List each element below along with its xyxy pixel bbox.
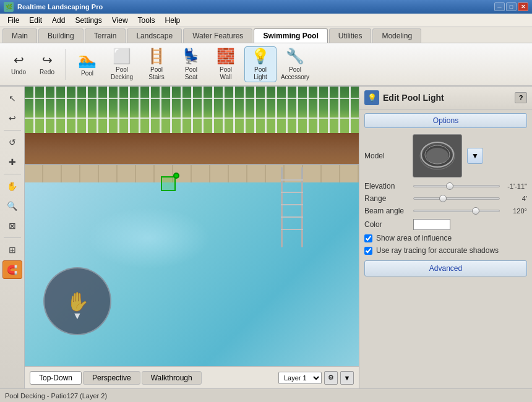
help-button[interactable]: ?	[515, 92, 527, 103]
tab-terrain[interactable]: Terrain	[85, 28, 126, 43]
pool-decking-button[interactable]: ⬜ PoolDecking	[106, 46, 138, 82]
view-tab-walkthrough[interactable]: Walkthrough	[142, 371, 202, 385]
pool-accessory-label: PoolAccessory	[281, 66, 309, 81]
add-tool[interactable]: ✚	[2, 153, 22, 171]
pool-wall-icon: 🧱	[217, 48, 235, 66]
app-title: Realtime Landscaping Pro	[17, 3, 494, 11]
pool-seat-button[interactable]: 💺 PoolSeat	[175, 46, 207, 82]
view-tab-perspective[interactable]: Perspective	[83, 371, 140, 385]
menu-help[interactable]: Help	[160, 15, 186, 26]
tab-utilities[interactable]: Utilities	[329, 28, 372, 43]
range-row: Range 4'	[359, 192, 532, 205]
canvas-area[interactable]: ✋ ▼ Top-Down Perspective Walkthrough Lay…	[25, 87, 359, 388]
toolbar: ↩ Undo ↪ Redo 🏊 Pool ⬜ PoolDecking 🪜 Poo…	[0, 43, 532, 87]
pool-label: Pool	[81, 70, 93, 77]
range-label: Range	[364, 194, 411, 203]
range-slider[interactable]	[413, 197, 500, 200]
fence-rail-2	[25, 118, 359, 119]
pool-light-label: PoolLight	[254, 66, 267, 81]
layer-settings-button[interactable]: ⚙	[324, 371, 338, 385]
undo-icon: ↩	[14, 53, 24, 67]
ray-trace-label: Use ray tracing for accurate shadows	[376, 246, 499, 255]
beam-label: Beam angle	[364, 207, 411, 215]
range-value: 4'	[502, 195, 527, 202]
ray-trace-checkbox[interactable]	[364, 247, 372, 255]
toolbar-divider-1	[66, 49, 66, 80]
view-tab-topdown[interactable]: Top-Down	[30, 371, 82, 385]
model-preview-svg	[416, 137, 459, 174]
menu-file[interactable]: File	[2, 15, 24, 26]
magnet-tool[interactable]: 🧲	[2, 260, 22, 279]
menu-add[interactable]: Add	[47, 15, 70, 26]
tab-modeling[interactable]: Modeling	[372, 28, 421, 43]
elevation-slider[interactable]	[413, 185, 500, 187]
pool-accessory-icon: 🔧	[286, 48, 304, 66]
maximize-button[interactable]: □	[506, 2, 517, 11]
range-thumb[interactable]	[439, 195, 447, 202]
undo-tool[interactable]: ↩	[2, 109, 22, 127]
tab-main[interactable]: Main	[2, 28, 37, 43]
nav-hand-icon: ✋	[66, 291, 89, 312]
pool-stairs-button[interactable]: 🪜 PoolStairs	[140, 46, 173, 82]
pool-accessory-button[interactable]: 🔧 PoolAccessory	[279, 46, 311, 82]
beam-angle-row: Beam angle 120°	[359, 205, 532, 217]
left-sep-3	[4, 237, 21, 238]
model-preview	[413, 134, 462, 177]
marker-outer	[161, 176, 176, 191]
pool-stairs-label: PoolStairs	[148, 66, 165, 81]
main-area: ↖ ↩ ↺ ✚ ✋ 🔍 ⊠ ⊞ 🧲	[0, 87, 532, 388]
tab-landscape[interactable]: Landscape	[127, 28, 182, 43]
pool-decking-label: PoolDecking	[111, 66, 133, 81]
pool-decking-icon: ⬜	[113, 48, 131, 66]
model-dropdown-button[interactable]: ▼	[467, 148, 483, 164]
advanced-button[interactable]: Advanced	[364, 260, 527, 276]
titlebar: 🌿 Realtime Landscaping Pro ─ □ ✕	[0, 0, 532, 14]
pool-wall-button[interactable]: 🧱 PoolWall	[210, 46, 242, 82]
close-button[interactable]: ✕	[518, 2, 528, 11]
right-panel: 💡 Edit Pool Light ? Options Model ▼ Elev…	[359, 87, 532, 388]
elevation-thumb[interactable]	[446, 182, 453, 190]
select-tool[interactable]: ↖	[2, 89, 22, 108]
beam-thumb[interactable]	[472, 207, 479, 215]
left-sep-1	[4, 130, 21, 130]
menu-tools[interactable]: Tools	[133, 15, 160, 26]
menu-edit[interactable]: Edit	[24, 15, 47, 26]
beam-slider[interactable]	[413, 210, 500, 212]
panel-icon: 💡	[364, 90, 379, 105]
zoom-area-tool[interactable]: ⊠	[2, 216, 22, 235]
tab-swimming-pool[interactable]: Swimming Pool	[254, 28, 327, 43]
navigation-compass[interactable]: ✋ ▼	[43, 267, 111, 335]
elevation-label: Elevation	[364, 182, 411, 190]
pool-light-button[interactable]: 💡 PoolLight	[244, 46, 277, 82]
pool-seat-icon: 💺	[182, 48, 200, 66]
show-area-checkbox[interactable]	[364, 234, 372, 242]
rotate-tool[interactable]: ↺	[2, 133, 22, 152]
color-label: Color	[364, 220, 411, 229]
menubar: File Edit Add Settings View Tools Help	[0, 14, 532, 27]
layer-menu-button[interactable]: ▼	[340, 371, 354, 385]
show-area-row: Show area of influence	[359, 232, 532, 244]
grid-tool[interactable]: ⊞	[2, 241, 22, 259]
redo-label: Redo	[40, 69, 54, 76]
zoom-tool[interactable]: 🔍	[2, 197, 22, 215]
menu-settings[interactable]: Settings	[70, 15, 106, 26]
tab-building[interactable]: Building	[38, 28, 84, 43]
menu-view[interactable]: View	[107, 15, 133, 26]
statusbar: Pool Decking - Patio127 (Layer 2)	[0, 388, 532, 402]
panel-title: Edit Pool Light	[383, 93, 444, 103]
pan-tool[interactable]: ✋	[2, 177, 22, 195]
undo-redo-group: ↩ Undo ↪ Redo	[5, 46, 61, 82]
undo-button[interactable]: ↩ Undo	[5, 46, 32, 82]
tab-water-features[interactable]: Water Features	[183, 28, 252, 43]
marker-dot	[173, 173, 179, 179]
pool-button[interactable]: 🏊 Pool	[71, 46, 103, 82]
redo-button[interactable]: ↪ Redo	[33, 46, 61, 82]
pool-stairs-icon: 🪜	[147, 48, 166, 66]
undo-label: Undo	[11, 69, 26, 76]
color-swatch[interactable]	[413, 219, 450, 230]
fence-rail-1	[25, 98, 359, 99]
minimize-button[interactable]: ─	[494, 2, 505, 11]
layer-dropdown[interactable]: Layer 1 Layer 2	[278, 372, 322, 384]
options-button[interactable]: Options	[364, 113, 527, 128]
pool-light-marker[interactable]	[161, 176, 176, 191]
